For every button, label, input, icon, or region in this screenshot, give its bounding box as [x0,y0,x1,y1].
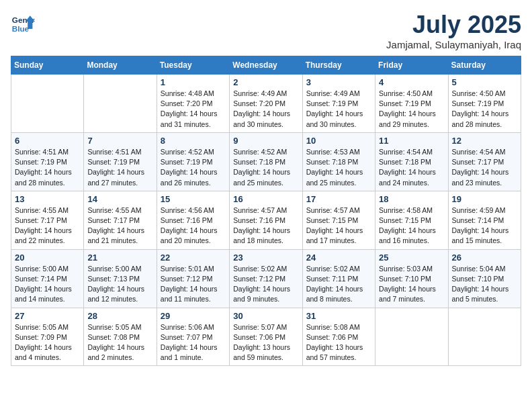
calendar-cell: 9Sunrise: 4:52 AM Sunset: 7:18 PM Daylig… [230,132,302,191]
day-info: Sunrise: 5:06 AM Sunset: 7:07 PM Dayligh… [161,322,226,363]
calendar-cell [11,75,84,133]
calendar-cell: 25Sunrise: 5:03 AM Sunset: 7:10 PM Dayli… [375,249,448,308]
calendar-cell: 28Sunrise: 5:05 AM Sunset: 7:08 PM Dayli… [84,308,157,366]
day-number: 17 [306,194,371,204]
day-number: 1 [161,77,226,87]
day-number: 9 [233,136,298,146]
weekday-header-sunday: Sunday [11,56,84,75]
day-info: Sunrise: 4:58 AM Sunset: 7:15 PM Dayligh… [379,205,444,246]
day-number: 21 [87,253,152,263]
day-number: 27 [15,311,80,321]
day-number: 11 [379,136,444,146]
calendar-cell: 8Sunrise: 4:52 AM Sunset: 7:19 PM Daylig… [157,132,229,191]
day-number: 24 [306,253,371,263]
calendar-cell: 6Sunrise: 4:51 AM Sunset: 7:19 PM Daylig… [11,132,84,191]
calendar-week-row: 20Sunrise: 5:00 AM Sunset: 7:14 PM Dayli… [11,249,521,308]
day-info: Sunrise: 4:54 AM Sunset: 7:17 PM Dayligh… [452,147,517,188]
calendar-cell [375,308,448,366]
calendar-cell: 20Sunrise: 5:00 AM Sunset: 7:14 PM Dayli… [11,249,84,308]
calendar-cell: 10Sunrise: 4:53 AM Sunset: 7:18 PM Dayli… [302,132,375,191]
day-number: 5 [452,77,517,87]
weekday-header-thursday: Thursday [302,56,375,75]
day-info: Sunrise: 4:52 AM Sunset: 7:19 PM Dayligh… [161,147,226,188]
calendar-cell: 18Sunrise: 4:58 AM Sunset: 7:15 PM Dayli… [375,191,448,249]
day-number: 26 [452,253,517,263]
calendar-cell: 5Sunrise: 4:50 AM Sunset: 7:19 PM Daylig… [448,75,521,133]
day-info: Sunrise: 5:02 AM Sunset: 7:12 PM Dayligh… [233,264,298,305]
calendar-cell: 27Sunrise: 5:05 AM Sunset: 7:09 PM Dayli… [11,308,84,366]
calendar-cell [448,308,521,366]
day-info: Sunrise: 5:07 AM Sunset: 7:06 PM Dayligh… [233,322,298,363]
day-info: Sunrise: 4:51 AM Sunset: 7:19 PM Dayligh… [87,147,152,188]
day-number: 28 [87,311,152,321]
location: Jamjamal, Sulaymaniyah, Iraq [386,39,521,50]
calendar-cell: 2Sunrise: 4:49 AM Sunset: 7:20 PM Daylig… [230,75,302,133]
day-number: 20 [15,253,80,263]
calendar-cell: 12Sunrise: 4:54 AM Sunset: 7:17 PM Dayli… [448,132,521,191]
day-number: 29 [161,311,226,321]
calendar-cell: 26Sunrise: 5:04 AM Sunset: 7:10 PM Dayli… [448,249,521,308]
day-number: 30 [233,311,298,321]
weekday-header-friday: Friday [375,56,448,75]
calendar-cell: 23Sunrise: 5:02 AM Sunset: 7:12 PM Dayli… [230,249,302,308]
day-number: 23 [233,253,298,263]
day-info: Sunrise: 4:51 AM Sunset: 7:19 PM Dayligh… [15,147,80,188]
day-info: Sunrise: 4:52 AM Sunset: 7:18 PM Dayligh… [233,147,298,188]
calendar-cell: 31Sunrise: 5:08 AM Sunset: 7:06 PM Dayli… [302,308,375,366]
weekday-header-saturday: Saturday [448,56,521,75]
page-header: General Blue July 2025 Jamjamal, Sulayma… [11,11,521,50]
day-info: Sunrise: 5:00 AM Sunset: 7:13 PM Dayligh… [87,264,152,305]
day-number: 10 [306,136,371,146]
calendar-week-row: 1Sunrise: 4:48 AM Sunset: 7:20 PM Daylig… [11,75,521,133]
day-number: 2 [233,77,298,87]
calendar-week-row: 13Sunrise: 4:55 AM Sunset: 7:17 PM Dayli… [11,191,521,249]
calendar-table: SundayMondayTuesdayWednesdayThursdayFrid… [11,56,521,366]
day-info: Sunrise: 5:08 AM Sunset: 7:06 PM Dayligh… [306,322,371,363]
calendar-cell: 19Sunrise: 4:59 AM Sunset: 7:14 PM Dayli… [448,191,521,249]
day-number: 19 [452,194,517,204]
month-title: July 2025 [386,11,521,39]
calendar-cell: 13Sunrise: 4:55 AM Sunset: 7:17 PM Dayli… [11,191,84,249]
day-info: Sunrise: 5:01 AM Sunset: 7:12 PM Dayligh… [161,264,226,305]
calendar-cell: 21Sunrise: 5:00 AM Sunset: 7:13 PM Dayli… [84,249,157,308]
day-number: 31 [306,311,371,321]
day-info: Sunrise: 4:59 AM Sunset: 7:14 PM Dayligh… [452,205,517,246]
day-number: 14 [87,194,152,204]
weekday-header-row: SundayMondayTuesdayWednesdayThursdayFrid… [11,56,521,75]
calendar-cell: 29Sunrise: 5:06 AM Sunset: 7:07 PM Dayli… [157,308,229,366]
day-number: 18 [379,194,444,204]
calendar-cell: 22Sunrise: 5:01 AM Sunset: 7:12 PM Dayli… [157,249,229,308]
day-number: 25 [379,253,444,263]
day-info: Sunrise: 4:57 AM Sunset: 7:16 PM Dayligh… [233,205,298,246]
calendar-cell: 15Sunrise: 4:56 AM Sunset: 7:16 PM Dayli… [157,191,229,249]
day-info: Sunrise: 4:50 AM Sunset: 7:19 PM Dayligh… [379,89,444,130]
day-info: Sunrise: 4:54 AM Sunset: 7:18 PM Dayligh… [379,147,444,188]
calendar-cell: 1Sunrise: 4:48 AM Sunset: 7:20 PM Daylig… [157,75,229,133]
calendar-cell [84,75,157,133]
calendar-week-row: 27Sunrise: 5:05 AM Sunset: 7:09 PM Dayli… [11,308,521,366]
day-info: Sunrise: 5:00 AM Sunset: 7:14 PM Dayligh… [15,264,80,305]
day-info: Sunrise: 4:55 AM Sunset: 7:17 PM Dayligh… [87,205,152,246]
day-info: Sunrise: 5:05 AM Sunset: 7:09 PM Dayligh… [15,322,80,363]
calendar-cell: 11Sunrise: 4:54 AM Sunset: 7:18 PM Dayli… [375,132,448,191]
day-info: Sunrise: 4:53 AM Sunset: 7:18 PM Dayligh… [306,147,371,188]
day-info: Sunrise: 4:50 AM Sunset: 7:19 PM Dayligh… [452,89,517,130]
calendar-cell: 4Sunrise: 4:50 AM Sunset: 7:19 PM Daylig… [375,75,448,133]
calendar-cell: 7Sunrise: 4:51 AM Sunset: 7:19 PM Daylig… [84,132,157,191]
day-number: 4 [379,77,444,87]
day-info: Sunrise: 4:49 AM Sunset: 7:19 PM Dayligh… [306,89,371,130]
day-info: Sunrise: 5:05 AM Sunset: 7:08 PM Dayligh… [87,322,152,363]
calendar-cell: 16Sunrise: 4:57 AM Sunset: 7:16 PM Dayli… [230,191,302,249]
day-info: Sunrise: 5:03 AM Sunset: 7:10 PM Dayligh… [379,264,444,305]
calendar-cell: 24Sunrise: 5:02 AM Sunset: 7:11 PM Dayli… [302,249,375,308]
day-number: 15 [161,194,226,204]
weekday-header-monday: Monday [84,56,157,75]
logo-icon: General Blue [11,11,35,35]
weekday-header-tuesday: Tuesday [157,56,229,75]
day-info: Sunrise: 4:49 AM Sunset: 7:20 PM Dayligh… [233,89,298,130]
day-number: 16 [233,194,298,204]
day-info: Sunrise: 4:55 AM Sunset: 7:17 PM Dayligh… [15,205,80,246]
logo: General Blue [11,11,35,35]
calendar-cell: 30Sunrise: 5:07 AM Sunset: 7:06 PM Dayli… [230,308,302,366]
day-info: Sunrise: 4:57 AM Sunset: 7:15 PM Dayligh… [306,205,371,246]
